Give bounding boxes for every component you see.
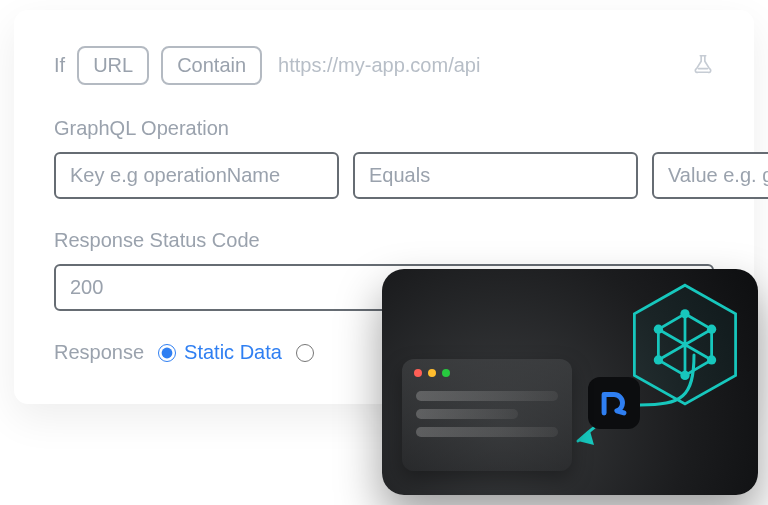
graphql-promo-card bbox=[382, 269, 758, 495]
graphql-section: GraphQL Operation bbox=[54, 117, 714, 199]
svg-point-6 bbox=[654, 355, 663, 364]
condition-value: https://my-app.com/api bbox=[278, 54, 680, 77]
svg-point-4 bbox=[707, 355, 716, 364]
flask-icon[interactable] bbox=[692, 53, 714, 79]
condition-row: If URL Contain https://my-app.com/api bbox=[54, 46, 714, 85]
graphql-key-input[interactable] bbox=[54, 152, 339, 199]
graphql-hex-icon bbox=[630, 283, 740, 407]
svg-point-2 bbox=[680, 309, 689, 318]
minimize-dot-icon bbox=[428, 369, 436, 377]
svg-marker-8 bbox=[578, 431, 594, 445]
svg-point-5 bbox=[680, 371, 689, 380]
graphql-value-input[interactable] bbox=[652, 152, 768, 199]
close-dot-icon bbox=[414, 369, 422, 377]
mini-window bbox=[402, 359, 572, 471]
response-label: Response bbox=[54, 341, 144, 364]
mini-line bbox=[416, 409, 518, 419]
mini-line bbox=[416, 391, 558, 401]
graphql-section-label: GraphQL Operation bbox=[54, 117, 714, 140]
graphql-operator-select[interactable] bbox=[353, 152, 638, 199]
response-static-radio[interactable]: Static Data bbox=[158, 341, 282, 364]
condition-operator-select[interactable]: Contain bbox=[161, 46, 262, 85]
response-static-radio-input[interactable] bbox=[158, 344, 176, 362]
response-other-radio[interactable] bbox=[296, 344, 314, 362]
response-other-radio-input[interactable] bbox=[296, 344, 314, 362]
status-section-label: Response Status Code bbox=[54, 229, 714, 252]
response-static-label: Static Data bbox=[184, 341, 282, 364]
svg-point-3 bbox=[707, 325, 716, 334]
if-label: If bbox=[54, 54, 65, 77]
condition-field-select[interactable]: URL bbox=[77, 46, 149, 85]
svg-point-7 bbox=[654, 325, 663, 334]
app-logo-badge bbox=[588, 377, 640, 429]
maximize-dot-icon bbox=[442, 369, 450, 377]
mini-line bbox=[416, 427, 558, 437]
mini-window-traffic-lights bbox=[402, 359, 572, 383]
